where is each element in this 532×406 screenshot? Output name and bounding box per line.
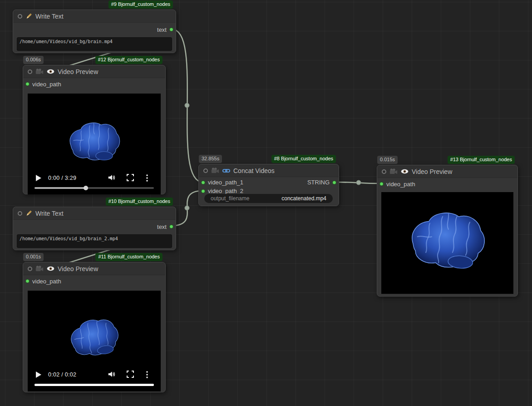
volume-icon[interactable]: [108, 174, 116, 182]
node-title: Video Preview: [412, 168, 452, 175]
node-title-bar[interactable]: Concat Videos: [199, 164, 339, 177]
node-title: Write Text: [35, 13, 64, 20]
brain-video-frame: [59, 114, 130, 170]
input-slot-dot[interactable]: [25, 82, 30, 86]
input-slot-label: video_path: [32, 278, 61, 285]
video-time-display: 0:02 / 0:02: [48, 371, 76, 378]
output-slot-dot[interactable]: [169, 28, 173, 32]
output-slot-dot[interactable]: [169, 225, 173, 229]
video-controls: 0:02 / 0:02: [34, 370, 154, 386]
movie-camera-icon: [35, 265, 44, 272]
eye-icon: [401, 169, 409, 174]
movie-camera-icon: [211, 167, 219, 174]
node-title-bar[interactable]: Video Preview: [377, 165, 517, 178]
node-graph-canvas[interactable]: #9 Bjornulf_custom_nodes Write Text text…: [0, 0, 532, 406]
output-slot-label: STRING: [307, 179, 330, 186]
video-progress-bar[interactable]: [34, 384, 154, 386]
pencil-icon: [25, 210, 32, 217]
video-player[interactable]: 0:02 / 0:02: [28, 291, 161, 391]
input-slot-video-path: video_path: [377, 179, 517, 189]
brain-video-frame: [57, 307, 132, 369]
link-midpoint-dot: [356, 180, 361, 185]
input-slot-label: video_path_2: [208, 188, 243, 194]
play-button[interactable]: [35, 174, 42, 182]
node-status-dot: [28, 69, 32, 74]
kebab-menu-icon[interactable]: [146, 174, 154, 182]
execution-time-badge: 0.001s: [23, 253, 44, 261]
movie-camera-icon: [35, 68, 44, 75]
movie-camera-icon: [389, 168, 398, 175]
node-title: Write Text: [35, 210, 64, 217]
eye-icon: [47, 266, 54, 271]
execution-time-badge: 0.006s: [23, 56, 44, 64]
node-status-dot: [18, 14, 22, 19]
link-concat-to-preview13: [336, 182, 381, 183]
node-title: Video Preview: [58, 68, 98, 75]
widget-value: concatenated.mp4: [281, 195, 326, 202]
node-title-bar[interactable]: Video Preview: [23, 65, 165, 78]
video-player[interactable]: 0:00 / 3:29: [28, 94, 161, 194]
fullscreen-icon[interactable]: [127, 371, 135, 379]
node-id-badge: #9 Bjornulf_custom_nodes: [108, 0, 173, 9]
link-midpoint-dot: [185, 206, 189, 210]
node-write-text-10[interactable]: #10 Bjornulf_custom_nodes Write Text tex…: [13, 207, 176, 250]
text-input-widget[interactable]: /home/umen/Videos/vid_bg/brain.mp4: [17, 37, 172, 51]
node-video-preview-12[interactable]: 0.006s #12 Bjornulf_custom_nodes Video P…: [23, 65, 166, 194]
video-progress-bar[interactable]: [34, 187, 154, 189]
node-id-badge: #8 Bjornulf_custom_nodes: [271, 155, 336, 163]
output-slot-label: text: [157, 223, 167, 230]
execution-time-badge: 32.855s: [199, 155, 222, 163]
node-video-preview-13[interactable]: 0.015s #13 Bjornulf_custom_nodes Video P…: [377, 165, 518, 297]
brain-video-frame: [393, 197, 502, 285]
slot-row-1: video_path_1 STRING: [199, 178, 339, 187]
link-icon: [222, 168, 230, 173]
input-slot-video-path: video_path: [23, 276, 165, 286]
node-title: Concat Videos: [233, 167, 275, 174]
node-id-badge: #13 Bjornulf_custom_nodes: [448, 156, 515, 164]
fullscreen-icon[interactable]: [127, 174, 135, 182]
video-controls: 0:00 / 3:29: [34, 173, 154, 189]
node-status-dot: [382, 169, 386, 174]
volume-icon[interactable]: [108, 371, 116, 379]
node-status-dot: [18, 211, 22, 216]
input-slot-label: video_path: [32, 81, 61, 88]
link-midpoint-dot: [185, 103, 189, 108]
output-slot-dot[interactable]: [332, 180, 336, 184]
output-slot-text: text: [13, 25, 176, 35]
output-filename-widget[interactable]: output_filename concatenated.mp4: [204, 194, 333, 203]
link-writetext9-to-concat: [172, 29, 203, 182]
node-id-badge: #11 Bjornulf_custom_nodes: [95, 253, 163, 261]
widget-label: output_filename: [211, 195, 249, 202]
play-button[interactable]: [35, 371, 42, 378]
pencil-icon: [25, 13, 32, 20]
node-status-dot: [28, 267, 32, 271]
node-video-preview-11[interactable]: 0.001s #11 Bjornulf_custom_nodes Video P…: [23, 262, 166, 392]
eye-icon: [47, 69, 54, 74]
node-title-bar[interactable]: Write Text: [13, 10, 176, 23]
input-slot-dot[interactable]: [25, 279, 30, 283]
node-id-badge: #10 Bjornulf_custom_nodes: [106, 198, 173, 206]
execution-time-badge: 0.015s: [377, 156, 398, 164]
progress-thumb[interactable]: [84, 186, 88, 190]
node-status-dot: [203, 168, 208, 173]
input-slot-label: video_path: [386, 181, 415, 188]
input-slot-label: video_path_1: [208, 179, 243, 186]
output-slot-label: text: [157, 26, 167, 33]
video-time-display: 0:00 / 3:29: [48, 175, 76, 181]
node-title: Video Preview: [58, 265, 98, 272]
input-slot-dot[interactable]: [201, 189, 205, 193]
input-slot-dot[interactable]: [201, 180, 205, 184]
video-player[interactable]: [381, 192, 513, 294]
input-slot-dot[interactable]: [379, 182, 384, 186]
node-write-text-9[interactable]: #9 Bjornulf_custom_nodes Write Text text…: [13, 10, 176, 53]
node-concat-videos-8[interactable]: 32.855s #8 Bjornulf_custom_nodes Concat …: [198, 164, 339, 206]
text-input-widget[interactable]: /home/umen/Videos/vid_bg/brain_2.mp4: [17, 234, 172, 248]
input-slot-video-path: video_path: [23, 79, 165, 89]
node-title-bar[interactable]: Write Text: [13, 207, 176, 220]
node-id-badge: #12 Bjornulf_custom_nodes: [95, 56, 163, 64]
node-title-bar[interactable]: Video Preview: [23, 262, 165, 275]
output-slot-text: text: [13, 222, 176, 232]
kebab-menu-icon[interactable]: [146, 371, 154, 379]
